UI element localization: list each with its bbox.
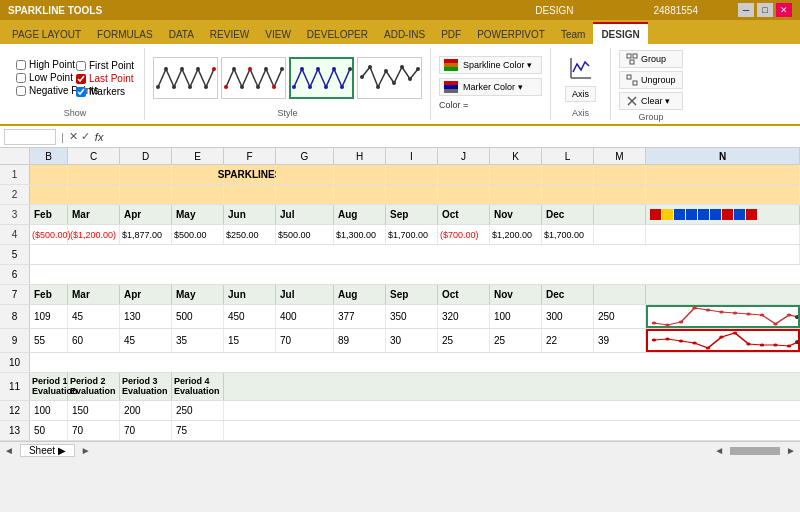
marker-color-button[interactable]: Marker Color ▾ (439, 78, 542, 96)
cell-j4[interactable]: ($700.00) (438, 225, 490, 244)
cell-e11[interactable]: Period 4 Evaluation (172, 373, 224, 400)
cell-e4[interactable]: $500.00 (172, 225, 224, 244)
cell-b9[interactable]: 55 (30, 329, 68, 352)
cell-l1[interactable] (542, 165, 594, 184)
cell-j9[interactable]: 25 (438, 329, 490, 352)
cell-row6[interactable] (30, 265, 800, 284)
tab-team[interactable]: Team (553, 24, 593, 44)
cell-e3[interactable]: May (172, 205, 224, 224)
cell-f3[interactable]: Jun (224, 205, 276, 224)
cell-c2[interactable] (68, 185, 120, 204)
markers-checkbox[interactable] (76, 87, 86, 97)
cell-b3[interactable]: Feb (30, 205, 68, 224)
cell-d1[interactable] (120, 165, 172, 184)
cell-l9[interactable]: 22 (542, 329, 594, 352)
cell-l8[interactable]: 300 (542, 305, 594, 328)
cell-b4[interactable]: ($500.00) (30, 225, 68, 244)
cell-b12[interactable]: 100 (30, 401, 68, 420)
cell-i7[interactable]: Sep (386, 285, 438, 304)
cell-c1[interactable] (68, 165, 120, 184)
cell-d13[interactable]: 70 (120, 421, 172, 440)
axis-button[interactable]: Axis (565, 86, 596, 102)
close-button[interactable]: ✕ (776, 3, 792, 17)
col-header-b[interactable]: B (30, 148, 68, 164)
cell-i9[interactable]: 30 (386, 329, 438, 352)
cell-e9[interactable]: 35 (172, 329, 224, 352)
cell-h9[interactable]: 89 (334, 329, 386, 352)
tab-view[interactable]: VIEW (257, 24, 299, 44)
cell-e7[interactable]: May (172, 285, 224, 304)
col-header-h[interactable]: H (334, 148, 386, 164)
cell-m8[interactable]: 250 (594, 305, 646, 328)
tab-page-layout[interactable]: PAGE LAYOUT (4, 24, 89, 44)
cell-l3[interactable]: Dec (542, 205, 594, 224)
cell-d2[interactable] (120, 185, 172, 204)
cell-c3[interactable]: Mar (68, 205, 120, 224)
cell-n2[interactable] (646, 185, 800, 204)
last-point-checkbox-row[interactable]: Last Point (76, 73, 134, 84)
sparkline-color-button[interactable]: Sparkline Color ▾ (439, 56, 542, 74)
tab-review[interactable]: REVIEW (202, 24, 257, 44)
tab-powerpivot[interactable]: POWERPIVOT (469, 24, 553, 44)
cell-k7[interactable]: Nov (490, 285, 542, 304)
cell-row5[interactable] (30, 245, 800, 264)
tab-formulas[interactable]: FORMULAS (89, 24, 161, 44)
cell-c11[interactable]: Period 2 Evaluation (68, 373, 120, 400)
cell-g7[interactable]: Jul (276, 285, 334, 304)
col-header-e[interactable]: E (172, 148, 224, 164)
cell-d9[interactable]: 45 (120, 329, 172, 352)
cell-i4[interactable]: $1,700.00 (386, 225, 438, 244)
maximize-button[interactable]: □ (757, 3, 773, 17)
cell-d8[interactable]: 130 (120, 305, 172, 328)
scroll-right-icon[interactable]: ► (786, 445, 796, 456)
col-header-m[interactable]: M (594, 148, 646, 164)
sparkline-style-2[interactable] (221, 57, 286, 99)
cell-b2[interactable] (30, 185, 68, 204)
cell-row10[interactable] (30, 353, 800, 372)
cell-c12[interactable]: 150 (68, 401, 120, 420)
cell-g1[interactable] (276, 165, 334, 184)
cell-i2[interactable] (386, 185, 438, 204)
cell-n7[interactable] (646, 285, 800, 304)
negative-points-checkbox[interactable] (16, 86, 26, 96)
cell-f1-title[interactable]: SPARKLINES (224, 165, 276, 184)
cell-j8[interactable]: 320 (438, 305, 490, 328)
first-point-checkbox-row[interactable]: First Point (76, 60, 134, 71)
cell-g4[interactable]: $500.00 (276, 225, 334, 244)
sparkline-cell-n9[interactable] (646, 329, 800, 352)
col-header-g[interactable]: G (276, 148, 334, 164)
sparkline-style-1[interactable] (153, 57, 218, 99)
cell-b1[interactable] (30, 165, 68, 184)
cell-j1[interactable] (438, 165, 490, 184)
markers-checkbox-row[interactable]: Markers (76, 86, 134, 97)
cell-g8[interactable]: 400 (276, 305, 334, 328)
cell-b11[interactable]: Period 1 Evaluation (30, 373, 68, 400)
cell-l2[interactable] (542, 185, 594, 204)
cell-h2[interactable] (334, 185, 386, 204)
tab-design[interactable]: DESIGN (593, 22, 647, 44)
confirm-formula-button[interactable]: ✓ (81, 130, 90, 143)
cell-k9[interactable]: 25 (490, 329, 542, 352)
cell-j2[interactable] (438, 185, 490, 204)
cell-d11[interactable]: Period 3 Evaluation (120, 373, 172, 400)
tab-data[interactable]: DATA (161, 24, 202, 44)
cell-m1[interactable] (594, 165, 646, 184)
cell-j3[interactable]: Oct (438, 205, 490, 224)
low-point-checkbox[interactable] (16, 73, 26, 83)
col-header-d[interactable]: D (120, 148, 172, 164)
cell-e12[interactable]: 250 (172, 401, 224, 420)
cell-e8[interactable]: 500 (172, 305, 224, 328)
cell-m4[interactable] (594, 225, 646, 244)
col-header-l[interactable]: L (542, 148, 594, 164)
cell-k4[interactable]: $1,200.00 (490, 225, 542, 244)
sparkline-style-4[interactable] (357, 57, 422, 99)
high-point-checkbox[interactable] (16, 60, 26, 70)
cell-b8[interactable]: 109 (30, 305, 68, 328)
horizontal-scrollbar[interactable] (730, 447, 780, 455)
cell-g9[interactable]: 70 (276, 329, 334, 352)
cell-d3[interactable]: Apr (120, 205, 172, 224)
cell-k3[interactable]: Nov (490, 205, 542, 224)
cell-g2[interactable] (276, 185, 334, 204)
sheet-scroll-right[interactable]: ► (81, 445, 91, 456)
cell-n3[interactable] (646, 205, 800, 224)
